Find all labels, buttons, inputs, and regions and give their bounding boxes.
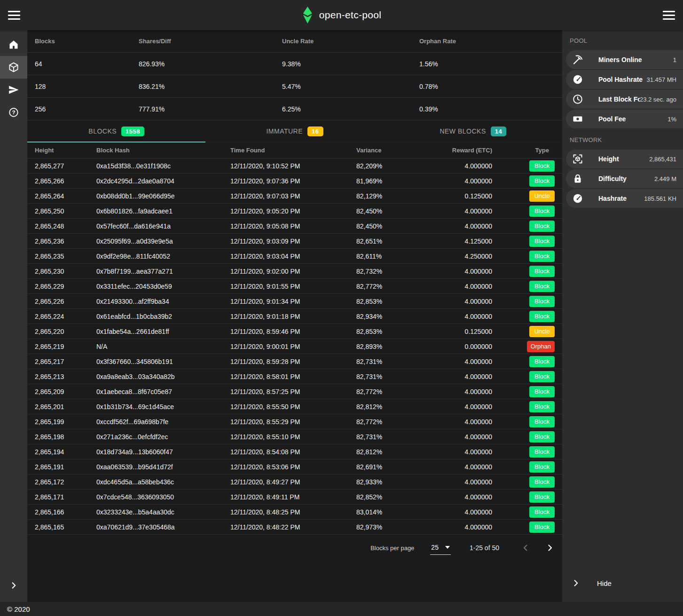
type-chip: Block [529, 371, 555, 382]
stat-last-block-found: Last Block Fo… 23.2 sec. ago [566, 90, 683, 109]
type-chip: Block [529, 175, 555, 187]
cell-variance: 82,129% [356, 192, 413, 200]
stat-value: 31.457 MH [646, 76, 676, 83]
cell-time-found: 12/11/2020, 9:10:52 PM [230, 162, 356, 170]
stat-value: 1 [673, 56, 676, 63]
rows-per-page-select[interactable]: 25 [430, 541, 451, 555]
table-row: 2,865,199 0xccdf562f...69a698b7fe 12/11/… [27, 414, 562, 429]
table-row: 2,865,224 0x61eabfcd...1b0cba39b2 12/11/… [27, 309, 562, 324]
table-row: 2,865,217 0x3f367660...345806b191 12/11/… [27, 354, 562, 369]
cell-block-hash: 0xa9a8eab3...03a340a82b [96, 373, 230, 380]
copyright-text: © 2020 [7, 605, 30, 613]
type-chip: Block [529, 205, 555, 217]
cell-variance: 82,691% [356, 463, 413, 471]
stat-label: Pool Hashrate [598, 76, 646, 83]
tab-new-blocks[interactable]: NEW BLOCKS 14 [384, 120, 562, 142]
summary-header-uncle-rate: Uncle Rate [282, 38, 419, 45]
stat-value: 185.561 KH [644, 195, 676, 202]
cell-height: 2,865,201 [35, 403, 96, 411]
cell-reward: 4.000000 [413, 207, 492, 215]
cell-variance: 82,973% [356, 523, 413, 531]
cell-block-hash: 0x1aebeca8...8f67c05e87 [96, 388, 230, 395]
nav-home[interactable] [0, 33, 27, 56]
cell-reward: 4.000000 [413, 373, 492, 380]
expand-rail-button[interactable] [0, 580, 27, 591]
hide-sidebar-button[interactable]: Hide [562, 572, 683, 594]
cell-reward: 4.000000 [413, 298, 492, 305]
type-chip: Block [529, 416, 555, 427]
menu-icon[interactable] [8, 11, 20, 20]
header-type: Type [492, 147, 555, 154]
type-chip: Block [529, 446, 555, 458]
summary-blocks-value: 256 [35, 105, 139, 113]
next-page-button[interactable] [544, 542, 556, 553]
etc-logo-icon [302, 7, 313, 24]
header-height: Height [35, 147, 96, 154]
cell-variance: 82,651% [356, 237, 413, 245]
table-row: 2,865,213 0xa9a8eab3...03a340a82b 12/11/… [27, 369, 562, 384]
cell-height: 2,865,217 [35, 358, 96, 365]
summary-uncle-rate-value: 5.47% [282, 83, 419, 90]
right-menu-icon[interactable] [663, 11, 675, 20]
cell-height: 2,865,171 [35, 493, 96, 501]
nav-blocks[interactable] [0, 56, 27, 79]
cell-variance: 82,933% [356, 478, 413, 486]
lock-icon [572, 173, 583, 184]
table-row: 2,865,226 0x21493300...af2ff9ba34 12/11/… [27, 294, 562, 309]
summary-uncle-rate-value: 9.38% [282, 60, 419, 68]
stats-sidebar: POOL Miners Online 1 Pool Hashrate 31.45… [562, 30, 683, 602]
nav-help[interactable]: ? [0, 101, 27, 124]
cell-height: 2,865,250 [35, 207, 96, 215]
left-nav-rail: ? [0, 30, 27, 602]
cell-block-hash: 0x57fec60f...da616e941a [96, 222, 230, 230]
tab-immature[interactable]: IMMATURE 16 [205, 120, 384, 142]
chevron-right-icon [571, 578, 581, 588]
cell-time-found: 12/11/2020, 8:55:50 PM [230, 403, 356, 411]
cell-height: 2,865,230 [35, 268, 96, 275]
table-row: 2,865,165 0xa70621d9...37e305468a 12/11/… [27, 520, 562, 535]
cell-time-found: 12/11/2020, 9:07:03 PM [230, 192, 356, 200]
previous-page-button[interactable] [520, 542, 531, 553]
cell-block-hash: 0x3233243e...b5a4aa30dc [96, 508, 230, 516]
table-row: 2,865,277 0xa15d3f38...0e31f1908c 12/11/… [27, 158, 562, 174]
network-section-title: NETWORK [562, 129, 683, 149]
stat-label: Pool Fee [598, 115, 667, 123]
summary-row: 64 826.93% 9.38% 1.56% [27, 53, 562, 75]
nav-payments[interactable] [0, 79, 27, 101]
stat-network-difficulty: Difficulty 2.449 M [566, 169, 683, 188]
tab-blocks[interactable]: BLOCKS 1558 [27, 120, 205, 142]
cell-variance: 82,731% [356, 373, 413, 380]
cell-height: 2,865,229 [35, 283, 96, 290]
table-row: 2,865,248 0x57fec60f...da616e941a 12/11/… [27, 219, 562, 234]
table-row: 2,865,264 0xb08dd0b1...99e066d95e 12/11/… [27, 189, 562, 204]
rows-per-page-value: 25 [431, 544, 439, 551]
cell-variance: 82,812% [356, 448, 413, 456]
type-chip: Block [529, 281, 555, 292]
cell-block-hash: 0xb08dd0b1...99e066d95e [96, 192, 230, 200]
cell-reward: 4.000000 [413, 388, 492, 395]
cell-variance: 82,853% [356, 298, 413, 305]
header-variance: Variance [356, 147, 413, 154]
page-title: open-etc-pool [319, 9, 381, 21]
cell-height: 2,865,235 [35, 253, 96, 260]
cell-time-found: 12/11/2020, 8:54:08 PM [230, 448, 356, 456]
stat-pool-fee: Pool Fee 1% [566, 110, 683, 128]
type-chip: Block [529, 431, 555, 442]
cell-height: 2,865,277 [35, 162, 96, 170]
cell-variance: 82,772% [356, 283, 413, 290]
cell-time-found: 12/11/2020, 9:02:00 PM [230, 268, 356, 275]
cell-height: 2,865,219 [35, 343, 96, 350]
table-row: 2,865,230 0x7b8f7199...aea377a271 12/11/… [27, 264, 562, 279]
table-row: 2,865,235 0x9df2e98e...811fc40052 12/11/… [27, 249, 562, 264]
cell-variance: 82,893% [356, 343, 413, 350]
cell-variance: 82,853% [356, 328, 413, 335]
cell-height: 2,865,166 [35, 508, 96, 516]
cell-block-hash: 0xa15d3f38...0e31f1908c [96, 162, 230, 170]
tab-new-blocks-label: NEW BLOCKS [440, 127, 486, 135]
cell-block-hash: 0xaa063539...b95d41d72f [96, 463, 230, 471]
top-app-bar: open-etc-pool [0, 0, 683, 30]
cell-time-found: 12/11/2020, 9:01:34 PM [230, 298, 356, 305]
summary-row: 128 836.21% 5.47% 0.78% [27, 75, 562, 98]
cell-time-found: 12/11/2020, 8:49:27 PM [230, 478, 356, 486]
stat-label: Difficulty [598, 175, 654, 182]
